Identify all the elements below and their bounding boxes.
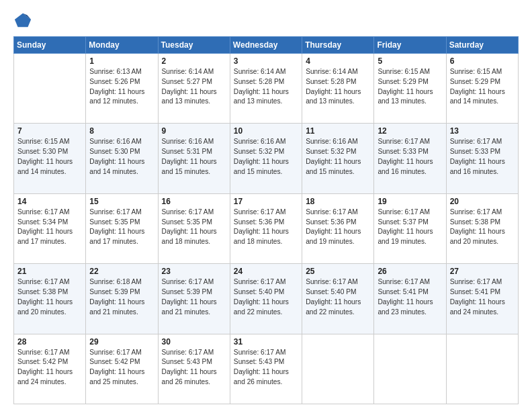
day-number: 20 bbox=[450, 197, 515, 206]
calendar-cell: 20 Sunrise: 6:17 AMSunset: 5:38 PMDaylig… bbox=[446, 193, 518, 263]
calendar-cell: 23 Sunrise: 6:17 AMSunset: 5:39 PMDaylig… bbox=[158, 264, 230, 334]
day-number: 21 bbox=[17, 267, 82, 276]
calendar-cell: 1 Sunrise: 6:13 AMSunset: 5:26 PMDayligh… bbox=[86, 54, 158, 124]
weekday-header-wednesday: Wednesday bbox=[230, 37, 302, 54]
day-info: Sunrise: 6:16 AMSunset: 5:30 PMDaylight:… bbox=[89, 137, 154, 177]
day-info: Sunrise: 6:15 AMSunset: 5:30 PMDaylight:… bbox=[17, 137, 82, 177]
page: SundayMondayTuesdayWednesdayThursdayFrid… bbox=[0, 0, 532, 411]
day-info: Sunrise: 6:17 AMSunset: 5:40 PMDaylight:… bbox=[234, 277, 298, 317]
day-info: Sunrise: 6:17 AMSunset: 5:36 PMDaylight:… bbox=[306, 208, 370, 247]
calendar-cell: 26 Sunrise: 6:17 AMSunset: 5:41 PMDaylig… bbox=[374, 264, 446, 334]
header bbox=[13, 11, 519, 30]
day-number: 18 bbox=[306, 197, 370, 206]
week-row-3: 14 Sunrise: 6:17 AMSunset: 5:34 PMDaylig… bbox=[14, 193, 519, 263]
day-info: Sunrise: 6:17 AMSunset: 5:42 PMDaylight:… bbox=[89, 348, 154, 387]
calendar-cell: 12 Sunrise: 6:17 AMSunset: 5:33 PMDaylig… bbox=[374, 124, 446, 193]
day-number: 10 bbox=[234, 126, 298, 136]
calendar-cell: 17 Sunrise: 6:17 AMSunset: 5:36 PMDaylig… bbox=[230, 193, 302, 263]
day-info: Sunrise: 6:17 AMSunset: 5:37 PMDaylight:… bbox=[378, 208, 442, 247]
day-info: Sunrise: 6:17 AMSunset: 5:41 PMDaylight:… bbox=[378, 277, 442, 317]
calendar-cell: 28 Sunrise: 6:17 AMSunset: 5:42 PMDaylig… bbox=[14, 334, 86, 404]
day-number: 12 bbox=[378, 126, 442, 136]
day-info: Sunrise: 6:13 AMSunset: 5:26 PMDaylight:… bbox=[89, 67, 154, 107]
day-info: Sunrise: 6:15 AMSunset: 5:29 PMDaylight:… bbox=[378, 67, 442, 107]
calendar-cell: 16 Sunrise: 6:17 AMSunset: 5:35 PMDaylig… bbox=[158, 193, 230, 263]
day-number: 24 bbox=[234, 267, 298, 276]
calendar-cell: 21 Sunrise: 6:17 AMSunset: 5:38 PMDaylig… bbox=[14, 264, 86, 334]
weekday-header-friday: Friday bbox=[374, 37, 446, 54]
weekday-header-tuesday: Tuesday bbox=[158, 37, 230, 54]
day-number: 31 bbox=[234, 337, 298, 347]
week-row-1: 1 Sunrise: 6:13 AMSunset: 5:26 PMDayligh… bbox=[14, 54, 519, 124]
weekday-header-monday: Monday bbox=[86, 37, 158, 54]
day-info: Sunrise: 6:18 AMSunset: 5:39 PMDaylight:… bbox=[89, 277, 154, 317]
day-info: Sunrise: 6:15 AMSunset: 5:29 PMDaylight:… bbox=[450, 67, 515, 107]
day-info: Sunrise: 6:14 AMSunset: 5:28 PMDaylight:… bbox=[234, 67, 298, 107]
calendar-cell: 2 Sunrise: 6:14 AMSunset: 5:27 PMDayligh… bbox=[158, 54, 230, 124]
day-info: Sunrise: 6:17 AMSunset: 5:36 PMDaylight:… bbox=[234, 208, 298, 247]
day-info: Sunrise: 6:16 AMSunset: 5:31 PMDaylight:… bbox=[162, 137, 226, 177]
week-row-4: 21 Sunrise: 6:17 AMSunset: 5:38 PMDaylig… bbox=[14, 264, 519, 334]
calendar-cell: 25 Sunrise: 6:17 AMSunset: 5:40 PMDaylig… bbox=[302, 264, 374, 334]
day-number: 9 bbox=[162, 126, 226, 136]
day-info: Sunrise: 6:17 AMSunset: 5:35 PMDaylight:… bbox=[162, 208, 226, 247]
calendar-cell bbox=[446, 334, 518, 404]
day-info: Sunrise: 6:17 AMSunset: 5:34 PMDaylight:… bbox=[17, 208, 82, 247]
week-row-2: 7 Sunrise: 6:15 AMSunset: 5:30 PMDayligh… bbox=[14, 124, 519, 193]
day-number: 1 bbox=[89, 56, 154, 66]
day-number: 29 bbox=[89, 337, 154, 347]
calendar-cell: 31 Sunrise: 6:17 AMSunset: 5:43 PMDaylig… bbox=[230, 334, 302, 404]
day-number: 17 bbox=[234, 197, 298, 206]
calendar-cell: 13 Sunrise: 6:17 AMSunset: 5:33 PMDaylig… bbox=[446, 124, 518, 193]
calendar-cell bbox=[14, 54, 86, 124]
day-number: 15 bbox=[89, 197, 154, 206]
day-number: 7 bbox=[17, 126, 82, 136]
calendar-cell: 8 Sunrise: 6:16 AMSunset: 5:30 PMDayligh… bbox=[86, 124, 158, 193]
day-number: 2 bbox=[162, 56, 226, 66]
calendar-cell: 19 Sunrise: 6:17 AMSunset: 5:37 PMDaylig… bbox=[374, 193, 446, 263]
day-info: Sunrise: 6:17 AMSunset: 5:38 PMDaylight:… bbox=[450, 208, 515, 247]
day-info: Sunrise: 6:17 AMSunset: 5:39 PMDaylight:… bbox=[162, 277, 226, 317]
day-number: 13 bbox=[450, 126, 515, 136]
logo-icon bbox=[13, 11, 32, 30]
day-number: 6 bbox=[450, 56, 515, 66]
day-number: 11 bbox=[306, 126, 370, 136]
calendar-cell: 11 Sunrise: 6:16 AMSunset: 5:32 PMDaylig… bbox=[302, 124, 374, 193]
day-number: 16 bbox=[162, 197, 226, 206]
day-number: 22 bbox=[89, 267, 154, 276]
day-info: Sunrise: 6:17 AMSunset: 5:43 PMDaylight:… bbox=[162, 348, 226, 387]
day-info: Sunrise: 6:16 AMSunset: 5:32 PMDaylight:… bbox=[306, 137, 370, 177]
day-number: 27 bbox=[450, 267, 515, 276]
day-number: 19 bbox=[378, 197, 442, 206]
day-number: 23 bbox=[162, 267, 226, 276]
calendar-cell: 4 Sunrise: 6:14 AMSunset: 5:28 PMDayligh… bbox=[302, 54, 374, 124]
calendar-table: SundayMondayTuesdayWednesdayThursdayFrid… bbox=[13, 36, 519, 404]
day-number: 14 bbox=[17, 197, 82, 206]
day-info: Sunrise: 6:17 AMSunset: 5:38 PMDaylight:… bbox=[17, 277, 82, 317]
day-info: Sunrise: 6:17 AMSunset: 5:40 PMDaylight:… bbox=[306, 277, 370, 317]
day-number: 26 bbox=[378, 267, 442, 276]
calendar-cell: 15 Sunrise: 6:17 AMSunset: 5:35 PMDaylig… bbox=[86, 193, 158, 263]
day-info: Sunrise: 6:17 AMSunset: 5:35 PMDaylight:… bbox=[89, 208, 154, 247]
day-info: Sunrise: 6:16 AMSunset: 5:32 PMDaylight:… bbox=[234, 137, 298, 177]
calendar-cell: 30 Sunrise: 6:17 AMSunset: 5:43 PMDaylig… bbox=[158, 334, 230, 404]
calendar-cell: 7 Sunrise: 6:15 AMSunset: 5:30 PMDayligh… bbox=[14, 124, 86, 193]
weekday-header-sunday: Sunday bbox=[14, 37, 86, 54]
week-row-5: 28 Sunrise: 6:17 AMSunset: 5:42 PMDaylig… bbox=[14, 334, 519, 404]
svg-marker-0 bbox=[15, 13, 31, 28]
calendar-cell bbox=[302, 334, 374, 404]
day-number: 28 bbox=[17, 337, 82, 347]
calendar-cell: 22 Sunrise: 6:18 AMSunset: 5:39 PMDaylig… bbox=[86, 264, 158, 334]
day-number: 25 bbox=[306, 267, 370, 276]
logo bbox=[13, 11, 35, 30]
calendar-cell: 18 Sunrise: 6:17 AMSunset: 5:36 PMDaylig… bbox=[302, 193, 374, 263]
calendar-cell: 6 Sunrise: 6:15 AMSunset: 5:29 PMDayligh… bbox=[446, 54, 518, 124]
calendar-cell: 5 Sunrise: 6:15 AMSunset: 5:29 PMDayligh… bbox=[374, 54, 446, 124]
calendar-cell: 9 Sunrise: 6:16 AMSunset: 5:31 PMDayligh… bbox=[158, 124, 230, 193]
day-info: Sunrise: 6:14 AMSunset: 5:28 PMDaylight:… bbox=[306, 67, 370, 107]
calendar-cell bbox=[374, 334, 446, 404]
weekday-header-thursday: Thursday bbox=[302, 37, 374, 54]
weekday-header-saturday: Saturday bbox=[446, 37, 518, 54]
weekday-header-row: SundayMondayTuesdayWednesdayThursdayFrid… bbox=[14, 37, 519, 54]
calendar-cell: 27 Sunrise: 6:17 AMSunset: 5:41 PMDaylig… bbox=[446, 264, 518, 334]
